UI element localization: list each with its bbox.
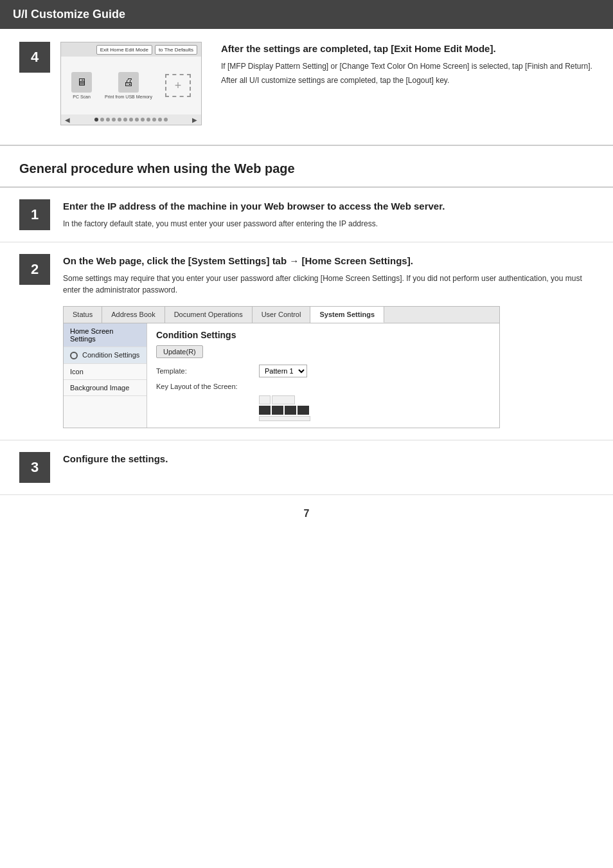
key-row-top <box>259 395 310 404</box>
step1-content: Enter the IP address of the machine in y… <box>63 199 594 230</box>
key-layout-label: Key Layout of the Screen: <box>156 383 259 390</box>
step4-right: After the settings are completed, tap [E… <box>221 42 594 86</box>
dot-1 <box>94 118 98 122</box>
sidebar-background-image[interactable]: Background Image <box>64 380 147 396</box>
update-button[interactable]: Update(R) <box>156 345 203 358</box>
dot-10 <box>147 118 150 122</box>
web-main-content: Condition Settings Update(R) Template: P… <box>147 323 499 428</box>
dot-7 <box>129 118 133 122</box>
arrow-left-icon: ◀ <box>65 116 70 123</box>
sidebar-home-screen-settings[interactable]: Home Screen Settings <box>64 323 147 347</box>
arrow-right-icon: ▶ <box>192 116 197 123</box>
general-procedure-heading: General procedure when using the Web pag… <box>0 146 613 188</box>
template-label: Template: <box>156 367 259 375</box>
key-row-mid <box>259 406 310 415</box>
template-field-row: Template: Pattern 1 Pattern 2 Pattern 3 <box>156 365 490 377</box>
template-value: Pattern 1 Pattern 2 Pattern 3 <box>259 365 307 377</box>
web-ui-mockup: Status Address Book Document Operations … <box>63 306 500 428</box>
step4-section: 4 Exit Home Edit Mode to The Defaults 🖥 … <box>0 29 613 146</box>
key-grid <box>259 395 310 421</box>
usb-print-icon-block: 🖨 Print from USB Memory <box>105 72 152 99</box>
dot-13 <box>164 118 168 122</box>
step3-content: Configure the settings. <box>63 452 594 471</box>
general-procedure-title: General procedure when using the Web pag… <box>19 161 295 176</box>
step4-title: After the settings are completed, tap [E… <box>221 42 594 55</box>
web-ui-body: Home Screen Settings Condition Settings … <box>64 323 499 428</box>
sidebar-icon[interactable]: Icon <box>64 364 147 380</box>
dot-2 <box>100 118 104 122</box>
usb-print-label: Print from USB Memory <box>105 95 152 99</box>
template-select[interactable]: Pattern 1 Pattern 2 Pattern 3 <box>259 365 307 377</box>
dot-6 <box>123 118 127 122</box>
step1-row: 1 Enter the IP address of the machine in… <box>0 188 613 242</box>
dot-8 <box>135 118 139 122</box>
mock-top-bar: Exit Home Edit Mode to The Defaults <box>61 42 201 57</box>
exit-home-edit-btn: Exit Home Edit Mode <box>96 45 152 55</box>
pc-scan-icon-block: 🖥 PC Scan <box>71 72 92 99</box>
web-main-title: Condition Settings <box>156 330 490 340</box>
mock-dots: ◀ ▶ <box>61 114 201 125</box>
tab-document-operations[interactable]: Document Operations <box>165 307 253 323</box>
step2-number: 2 <box>19 254 50 285</box>
add-placeholder: + <box>165 74 191 97</box>
tab-user-control[interactable]: User Control <box>253 307 311 323</box>
key-cell-2 <box>272 395 295 404</box>
key-row-bot <box>259 416 310 421</box>
page-footer: 7 <box>0 495 613 532</box>
step2-header: 2 On the Web page, click the [System Set… <box>19 254 594 296</box>
page-header: U/I Customize Guide <box>0 0 613 29</box>
key-cell-3 <box>259 406 271 415</box>
key-cell-1 <box>259 395 271 404</box>
tab-status[interactable]: Status <box>64 307 102 323</box>
web-ui-tabs: Status Address Book Document Operations … <box>64 307 499 323</box>
condition-settings-bullet-icon <box>70 352 78 359</box>
dot-12 <box>158 118 162 122</box>
dot-11 <box>152 118 156 122</box>
pc-scan-icon: 🖥 <box>71 72 92 93</box>
key-cell-4 <box>272 406 283 415</box>
step1-desc: In the factory default state, you must e… <box>63 218 594 230</box>
key-layout-field-row: Key Layout of the Screen: <box>156 383 490 390</box>
step4-desc2: After all U/I customize settings are com… <box>221 75 594 86</box>
step1-number: 1 <box>19 199 50 230</box>
web-sidebar: Home Screen Settings Condition Settings … <box>64 323 147 428</box>
step2-title: On the Web page, click the [System Setti… <box>63 254 594 267</box>
step3-title: Configure the settings. <box>63 452 594 466</box>
step2-desc: Some settings may require that you enter… <box>63 273 594 296</box>
tab-system-settings[interactable]: System Settings <box>310 307 384 323</box>
tab-address-book[interactable]: Address Book <box>102 307 164 323</box>
dot-9 <box>141 118 145 122</box>
step4-desc1: If [MFP Display Pattern Setting] or [Cha… <box>221 60 594 72</box>
pc-scan-label: PC Scan <box>73 95 91 99</box>
mock-body: 🖥 PC Scan 🖨 Print from USB Memory + <box>61 57 201 114</box>
step3-row: 3 Configure the settings. <box>0 440 613 495</box>
step4-left: 4 Exit Home Edit Mode to The Defaults 🖥 … <box>19 42 202 125</box>
step2-content: On the Web page, click the [System Setti… <box>63 254 594 296</box>
key-cell-6 <box>298 406 309 415</box>
step3-number: 3 <box>19 452 50 483</box>
dot-4 <box>112 118 116 122</box>
key-cell-5 <box>285 406 296 415</box>
usb-print-icon: 🖨 <box>118 72 139 93</box>
key-layout-visual <box>259 395 490 421</box>
dot-5 <box>118 118 121 122</box>
step1-title: Enter the IP address of the machine in y… <box>63 199 594 213</box>
step4-number: 4 <box>19 42 50 73</box>
page-number: 7 <box>304 508 310 519</box>
key-cell-7 <box>259 416 310 421</box>
step4-screen-image: Exit Home Edit Mode to The Defaults 🖥 PC… <box>60 42 202 125</box>
sidebar-condition-settings[interactable]: Condition Settings <box>64 347 147 364</box>
page-title: U/I Customize Guide <box>13 8 125 21</box>
step2-row: 2 On the Web page, click the [System Set… <box>0 242 613 440</box>
to-defaults-btn: to The Defaults <box>155 45 197 55</box>
dot-3 <box>106 118 110 122</box>
